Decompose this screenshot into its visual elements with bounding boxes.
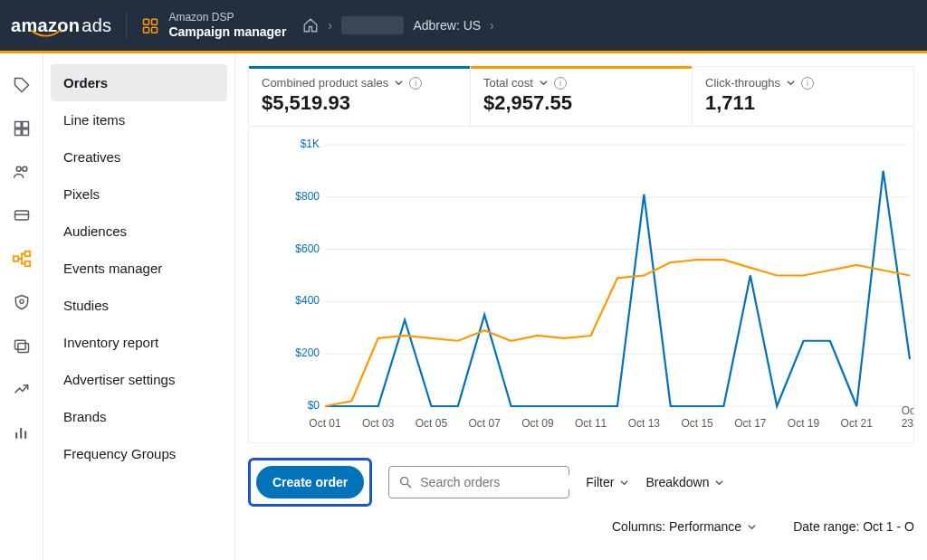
chevron-right-icon: › xyxy=(328,18,332,33)
metric-value: 1,711 xyxy=(705,91,901,115)
barchart-icon[interactable] xyxy=(12,422,32,442)
sidebar-item-brands[interactable]: Brands xyxy=(51,398,227,435)
sidebar: Orders Line items Creatives Pixels Audie… xyxy=(43,53,235,560)
breadcrumb-advertiser[interactable]: Adbrew: US xyxy=(413,18,481,33)
svg-point-8 xyxy=(16,166,21,171)
x-axis-tick-label: Oct 01 xyxy=(309,417,340,430)
gallery-icon[interactable] xyxy=(12,336,32,356)
x-axis-tick-label: Oct 05 xyxy=(416,417,447,430)
x-axis-tick-label: Oct 19 xyxy=(788,417,819,430)
search-input[interactable] xyxy=(420,475,578,489)
app-subtitle: Campaign manager xyxy=(168,24,286,40)
svg-rect-10 xyxy=(14,211,28,220)
metric-row: Combined product sales i $5,519.93 Total… xyxy=(248,66,914,127)
tag-icon[interactable] xyxy=(12,75,32,95)
flow-icon[interactable] xyxy=(12,249,32,269)
sidebar-item-frequency-groups[interactable]: Frequency Groups xyxy=(51,435,227,472)
search-orders[interactable] xyxy=(388,466,569,498)
svg-rect-7 xyxy=(22,129,28,136)
breakdown-dropdown[interactable]: Breakdown xyxy=(645,475,724,489)
svg-rect-17 xyxy=(17,344,28,353)
x-axis-tick-label: Oct 07 xyxy=(468,417,500,430)
brand-text-right: ads xyxy=(81,15,111,36)
chevron-down-icon[interactable] xyxy=(394,78,404,88)
svg-rect-14 xyxy=(24,261,29,267)
grid-icon xyxy=(141,17,159,33)
sidebar-item-orders[interactable]: Orders xyxy=(51,64,227,101)
divider xyxy=(126,11,127,40)
svg-point-15 xyxy=(19,299,23,303)
metric-card[interactable]: Total cost i $2,957.55 xyxy=(470,67,692,126)
y-axis-tick-label: $800 xyxy=(295,190,320,203)
orders-toolbar: Create order Filter Breakdown xyxy=(248,458,914,514)
svg-rect-2 xyxy=(144,27,149,33)
x-axis-tick-label: Oct 11 xyxy=(575,417,607,430)
x-axis-tick-label: Oct 13 xyxy=(628,417,660,430)
search-icon xyxy=(398,475,413,489)
create-order-highlight: Create order xyxy=(248,458,372,507)
filter-dropdown[interactable]: Filter xyxy=(586,475,629,489)
metric-value: $2,957.55 xyxy=(483,91,679,115)
entity-redacted[interactable]: XXXX xyxy=(341,16,404,34)
sidebar-item-pixels[interactable]: Pixels xyxy=(51,176,227,213)
sidebar-item-creatives[interactable]: Creatives xyxy=(51,138,227,176)
svg-rect-4 xyxy=(14,122,21,128)
create-order-button[interactable]: Create order xyxy=(256,466,364,498)
svg-rect-3 xyxy=(152,27,158,33)
sidebar-item-audiences[interactable]: Audiences xyxy=(51,213,227,250)
sidebar-item-line-items[interactable]: Line items xyxy=(51,101,227,138)
x-axis-tick-label: Oct 21 xyxy=(841,417,873,430)
y-axis-tick-label: $600 xyxy=(295,242,320,255)
chevron-down-icon xyxy=(714,478,724,488)
columns-dropdown[interactable]: Columns: Performance xyxy=(612,519,757,534)
metric-card[interactable]: Combined product sales i $5,519.93 xyxy=(249,67,470,126)
x-axis-tick-label: Oct 15 xyxy=(681,417,712,430)
svg-point-9 xyxy=(22,166,26,171)
shield-icon[interactable] xyxy=(12,292,32,312)
svg-line-28 xyxy=(407,484,411,488)
svg-rect-1 xyxy=(152,19,158,24)
metric-label: Total cost xyxy=(483,76,533,90)
x-axis-tick-label: Oct 17 xyxy=(734,417,766,430)
app-picker[interactable]: Amazon DSP Campaign manager xyxy=(141,11,286,39)
chevron-down-icon[interactable] xyxy=(539,78,549,88)
brand-logo[interactable]: amazonads xyxy=(11,15,111,36)
metric-value: $5,519.93 xyxy=(262,91,457,115)
y-axis-tick-label: $1K xyxy=(301,138,320,150)
sidebar-item-events-manager[interactable]: Events manager xyxy=(51,250,227,287)
app-title: Amazon DSP xyxy=(168,11,286,24)
chevron-down-icon xyxy=(747,522,757,532)
card-icon[interactable] xyxy=(12,205,32,225)
top-nav: amazonads Amazon DSP Campaign manager › … xyxy=(0,0,927,51)
date-range-picker[interactable]: Date range: Oct 1 - O xyxy=(793,519,914,534)
x-axis-tick-label: Oct 03 xyxy=(362,417,394,430)
svg-rect-6 xyxy=(14,129,21,136)
svg-point-27 xyxy=(401,478,408,485)
chevron-right-icon: › xyxy=(490,18,494,33)
info-icon[interactable]: i xyxy=(801,77,814,90)
trend-icon[interactable] xyxy=(12,379,32,399)
sidebar-item-inventory-report[interactable]: Inventory report xyxy=(51,324,227,361)
y-axis-tick-label: $200 xyxy=(295,346,320,359)
metric-label: Combined product sales xyxy=(262,76,388,90)
dashboard-icon[interactable] xyxy=(12,119,32,138)
svg-rect-5 xyxy=(22,122,28,128)
info-icon[interactable]: i xyxy=(409,77,422,90)
svg-rect-16 xyxy=(14,340,25,349)
breadcrumb: › XXXX Adbrew: US › xyxy=(302,16,493,34)
x-axis-tick-label: Oct 23 xyxy=(902,404,914,430)
home-icon[interactable] xyxy=(302,17,319,33)
sidebar-item-advertiser-settings[interactable]: Advertiser settings xyxy=(51,361,227,398)
info-icon[interactable]: i xyxy=(554,77,567,90)
content-area: Combined product sales i $5,519.93 Total… xyxy=(235,53,927,560)
line-chart: $0$200$400$600$800$1KOct 01Oct 03Oct 05O… xyxy=(248,127,914,443)
metric-card[interactable]: Click-throughs i 1,711 xyxy=(692,67,913,126)
icon-rail xyxy=(0,53,43,560)
sidebar-item-studies[interactable]: Studies xyxy=(51,287,227,324)
people-icon[interactable] xyxy=(12,162,32,182)
chevron-down-icon[interactable] xyxy=(786,78,796,88)
x-axis-tick-label: Oct 09 xyxy=(521,417,553,430)
y-axis-tick-label: $400 xyxy=(295,294,320,307)
metric-label: Click-throughs xyxy=(705,76,780,90)
chevron-down-icon xyxy=(619,478,629,488)
